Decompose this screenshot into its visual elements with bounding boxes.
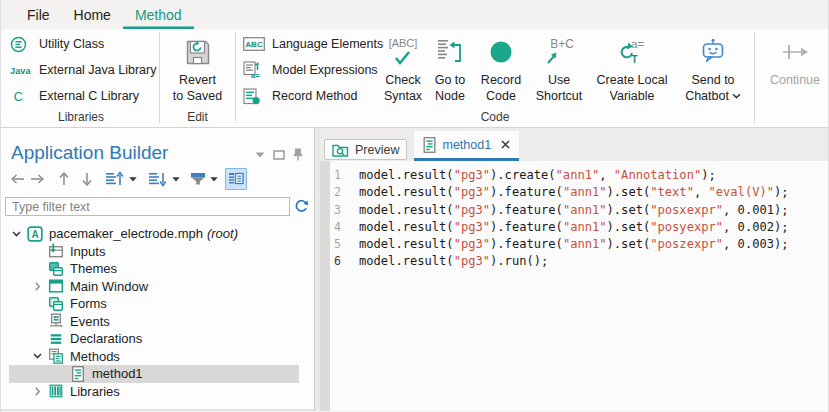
external-java-library-button[interactable]: Java External Java Library: [6, 57, 156, 83]
back-button[interactable]: [8, 169, 27, 189]
tree-item-label: Main Window: [70, 279, 148, 294]
tree-item-methods[interactable]: Methods: [9, 348, 299, 366]
record-method-button[interactable]: Record Method: [239, 83, 379, 109]
chevron-down-icon[interactable]: [33, 353, 42, 359]
ribbon-group-code: ABC Language Elements: [239, 29, 751, 127]
chevron-right-icon[interactable]: [33, 282, 42, 291]
ribbon-separator: [754, 32, 755, 123]
record-code-button[interactable]: Record Code: [473, 34, 529, 104]
code-line[interactable]: model.result("pg3").feature("ann1").set(…: [359, 219, 789, 236]
check-syntax-button[interactable]: [ABC] Check Syntax: [379, 34, 427, 104]
revert-to-saved-button[interactable]: Revert to Saved: [166, 34, 230, 104]
ribbon-group-label-libraries: Libraries: [6, 110, 156, 124]
svg-text:A: A: [31, 228, 38, 239]
language-elements-label: Language Elements: [272, 37, 383, 51]
expand-list-dropdown-icon[interactable]: [125, 169, 140, 189]
model-expressions-button[interactable]: a= Model Expressions: [239, 57, 379, 83]
filter-funnel-icon[interactable]: [189, 169, 207, 189]
external-c-library-button[interactable]: C External C Library: [6, 83, 156, 109]
method-doc-icon: [423, 137, 436, 153]
record-method-label: Record Method: [272, 89, 357, 103]
panel-pin-icon[interactable]: [293, 148, 303, 161]
panel-float-icon[interactable]: [273, 150, 285, 160]
continue-icon: [780, 34, 810, 70]
tree-item-main-window[interactable]: Main Window: [9, 278, 299, 296]
forms-icon: [48, 296, 64, 312]
methods-icon: [48, 348, 64, 364]
tree-item-label: Events: [70, 314, 110, 329]
inputs-icon: [48, 243, 64, 259]
code-line[interactable]: model.result("pg3").run();: [359, 253, 789, 270]
model-expressions-label: Model Expressions: [272, 63, 378, 77]
show-program-tree-toggle[interactable]: [225, 168, 247, 190]
line-number: 5: [334, 236, 352, 253]
tree-item-events[interactable]: Events: [9, 313, 299, 331]
tree-item-themes[interactable]: Themes: [9, 260, 299, 278]
editor-tab-strip: Preview method1: [320, 128, 828, 161]
panel-window-controls: [255, 148, 303, 161]
tree-item-forms[interactable]: Forms: [9, 295, 299, 313]
code-line[interactable]: model.result("pg3").feature("ann1").set(…: [359, 236, 789, 253]
move-up-button[interactable]: [54, 169, 74, 189]
continue-label: Continue: [770, 73, 820, 89]
filter-dropdown-icon[interactable]: [207, 169, 220, 189]
tree-item-root[interactable]: A pacemaker_electrode.mph (root): [9, 225, 299, 243]
code-line[interactable]: model.result("pg3").feature("ann1").set(…: [359, 184, 789, 201]
move-down-button[interactable]: [77, 169, 97, 189]
collapse-list-dropdown-icon[interactable]: [168, 169, 183, 189]
application-tree: A pacemaker_electrode.mph (root): [1, 225, 314, 400]
menu-tab-file[interactable]: File: [15, 0, 62, 29]
menu-tab-home[interactable]: Home: [62, 0, 123, 29]
refresh-icon[interactable]: [293, 197, 310, 216]
tree-item-libraries[interactable]: Libraries: [9, 383, 299, 401]
filter-input[interactable]: [5, 197, 290, 216]
check-syntax-label: Check Syntax: [379, 73, 427, 104]
tab-close-icon[interactable]: [501, 140, 510, 149]
send-to-chatbot-button[interactable]: Send to Chatbot: [675, 34, 751, 104]
forward-button[interactable]: [27, 169, 46, 189]
tree-item-label: Forms: [70, 296, 107, 311]
tree-item-declarations[interactable]: Declarations: [9, 330, 299, 348]
root-model-icon: A: [27, 226, 43, 242]
menu-bar: File Home Method: [1, 0, 828, 29]
main-window-icon: [48, 278, 64, 294]
sidebar-toolbar: [7, 169, 314, 189]
method-icon: [70, 366, 86, 382]
chevron-right-icon[interactable]: [33, 387, 42, 396]
continue-button[interactable]: Continue: [762, 34, 828, 89]
line-number: 4: [334, 219, 352, 236]
tree-item-label: pacemaker_electrode.mph: [49, 226, 203, 241]
filter-row: [5, 197, 310, 216]
declarations-icon: [48, 331, 64, 347]
ribbon-group-edit: Revert to Saved Edit: [163, 29, 232, 127]
menu-tab-method[interactable]: Method: [123, 0, 194, 29]
use-shortcut-button[interactable]: B+C Use Shortcut: [529, 34, 589, 104]
record-method-icon: [243, 87, 267, 105]
revert-to-saved-icon: [182, 34, 213, 70]
tab-method1[interactable]: method1: [414, 131, 519, 161]
tab-preview[interactable]: Preview: [324, 139, 407, 160]
line-number: 2: [334, 184, 352, 201]
code-line[interactable]: model.result("pg3").feature("ann1").set(…: [359, 202, 789, 219]
check-syntax-icon: [ABC]: [380, 34, 426, 70]
chevron-down-icon[interactable]: [12, 231, 21, 237]
code-editor[interactable]: 123456 model.result("pg3").create("ann1"…: [320, 161, 828, 411]
collapse-list-icon[interactable]: [146, 169, 168, 189]
language-elements-icon: ABC: [243, 35, 267, 53]
create-local-variable-button[interactable]: a= T Create Local Variable: [589, 34, 675, 104]
utility-class-button[interactable]: Utility Class: [6, 31, 156, 57]
revert-to-saved-label: Revert to Saved: [173, 73, 223, 104]
expand-list-icon[interactable]: [103, 169, 125, 189]
tree-item-inputs[interactable]: Inputs: [9, 243, 299, 261]
utility-class-label: Utility Class: [39, 37, 104, 51]
line-number: 1: [334, 167, 352, 184]
main-area: Application Builder: [1, 128, 828, 411]
go-to-node-label: Go to Node: [427, 73, 473, 104]
go-to-node-button[interactable]: Go to Node: [427, 34, 473, 104]
ribbon-group-label-code: Code: [239, 110, 751, 124]
panel-menu-chevron-icon[interactable]: [255, 152, 265, 158]
language-elements-button[interactable]: ABC Language Elements: [239, 31, 379, 57]
tree-item-method1[interactable]: method1: [9, 365, 299, 383]
code-line[interactable]: model.result("pg3").create("ann1", "Anno…: [359, 167, 789, 184]
code-lines[interactable]: model.result("pg3").create("ann1", "Anno…: [352, 161, 789, 411]
